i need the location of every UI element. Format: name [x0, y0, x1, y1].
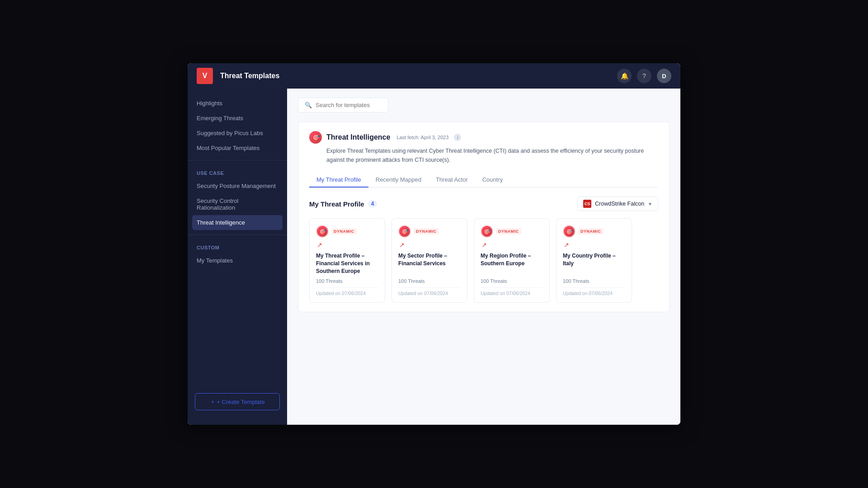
- search-bar[interactable]: 🔍: [298, 98, 388, 113]
- threat-cards-grid: 🎯 DYNAMIC ↗ My Threat Profile – Financia…: [309, 218, 658, 303]
- card-updated-0: Updated on 07/06/2024: [316, 287, 378, 296]
- cti-icon: 🎯: [309, 131, 322, 144]
- card-icon-0: 🎯: [316, 225, 329, 238]
- sidebar: Highlights Emerging Threats Suggested by…: [188, 89, 287, 425]
- threat-profile-header: My Threat Profile 4 CS CrowdStrike Falco…: [309, 197, 658, 211]
- sidebar-section-use-case: Use Case: [188, 165, 287, 178]
- cti-title: Threat Intelligence: [326, 133, 390, 141]
- app-body: Highlights Emerging Threats Suggested by…: [188, 89, 680, 425]
- search-input[interactable]: [316, 102, 382, 108]
- cti-section: 🎯 Threat Intelligence Last fetch: April …: [298, 122, 670, 312]
- sidebar-footer: ＋ + Create Template: [188, 386, 287, 418]
- notifications-button[interactable]: 🔔: [617, 69, 632, 83]
- app-header: V Threat Templates 🔔 ? D: [188, 63, 680, 89]
- threat-profile-count: 4: [368, 200, 377, 207]
- sidebar-item-security-posture[interactable]: Security Posture Management: [188, 178, 287, 193]
- app-logo: V: [197, 68, 213, 84]
- header-actions: 🔔 ? D: [617, 69, 671, 83]
- chevron-down-icon: ▼: [648, 202, 652, 206]
- tab-threat-actor[interactable]: Threat Actor: [429, 173, 475, 188]
- card-badge-row-0: 🎯 DYNAMIC: [316, 225, 378, 238]
- card-name-3: My Country Profile – Italy: [563, 252, 625, 275]
- sidebar-item-highlights[interactable]: Highlights: [188, 96, 287, 111]
- card-badge-row-2: 🎯 DYNAMIC: [481, 225, 543, 238]
- dynamic-badge-2: DYNAMIC: [496, 228, 521, 235]
- card-arrow-icon-2: ↗: [481, 241, 543, 249]
- plus-icon: ＋: [210, 398, 216, 406]
- crowdstrike-icon: CS: [583, 200, 591, 208]
- user-avatar-button[interactable]: D: [657, 69, 671, 83]
- sidebar-divider-1: [188, 160, 287, 160]
- main-content: 🔍 🎯 Threat Intelligence Last fetch: Apri…: [287, 89, 680, 425]
- card-name-0: My Threat Profile – Financial Services i…: [316, 252, 378, 275]
- card-threats-2: 100 Threats: [481, 278, 543, 284]
- card-badge-row-1: 🎯 DYNAMIC: [398, 225, 461, 238]
- dynamic-badge-0: DYNAMIC: [331, 228, 357, 235]
- crowdstrike-dropdown[interactable]: CS CrowdStrike Falcon ▼: [577, 197, 658, 211]
- create-template-button[interactable]: ＋ + Create Template: [195, 393, 280, 410]
- sidebar-item-threat-intelligence[interactable]: Threat Intelligence: [192, 215, 283, 230]
- tab-recently-mapped[interactable]: Recently Mapped: [368, 173, 429, 188]
- card-threats-1: 100 Threats: [398, 278, 461, 284]
- sidebar-item-suggested-by-picus[interactable]: Suggested by Picus Labs: [188, 126, 287, 141]
- card-icon-3: 🎯: [563, 225, 576, 238]
- card-icon-1: 🎯: [398, 225, 411, 238]
- card-arrow-icon-0: ↗: [317, 241, 378, 249]
- sidebar-item-my-templates[interactable]: My Templates: [188, 253, 287, 268]
- sidebar-item-emerging-threats[interactable]: Emerging Threats: [188, 111, 287, 126]
- card-updated-3: Updated on 07/06/2024: [563, 287, 625, 296]
- threat-card-2[interactable]: 🎯 DYNAMIC ↗ My Region Profile – Southern…: [474, 218, 550, 303]
- card-threats-3: 100 Threats: [563, 278, 625, 284]
- dynamic-badge-3: DYNAMIC: [578, 228, 604, 235]
- sidebar-divider-2: [188, 235, 287, 235]
- threat-profile-title: My Threat Profile 4: [309, 200, 377, 208]
- help-button[interactable]: ?: [637, 69, 651, 83]
- card-threats-0: 100 Threats: [316, 278, 378, 284]
- card-updated-1: Updated on 07/06/2024: [398, 287, 461, 296]
- search-icon: 🔍: [305, 102, 312, 108]
- dynamic-badge-1: DYNAMIC: [414, 228, 439, 235]
- cti-last-fetch: Last fetch: April 3, 2023: [396, 135, 448, 140]
- card-name-2: My Region Profile – Southern Europe: [481, 252, 543, 275]
- threat-card-0[interactable]: 🎯 DYNAMIC ↗ My Threat Profile – Financia…: [309, 218, 385, 303]
- card-arrow-icon-1: ↗: [399, 241, 461, 249]
- card-arrow-icon-3: ↗: [564, 241, 625, 249]
- card-badge-row-3: 🎯 DYNAMIC: [563, 225, 625, 238]
- cti-info-icon[interactable]: i: [454, 134, 461, 141]
- tab-my-threat-profile[interactable]: My Threat Profile: [309, 173, 368, 188]
- cti-header: 🎯 Threat Intelligence Last fetch: April …: [309, 131, 658, 144]
- card-name-1: My Sector Profile – Financial Services: [398, 252, 461, 275]
- cti-description: Explore Threat Templates using relevant …: [326, 146, 658, 164]
- card-updated-2: Updated on 07/06/2024: [481, 287, 543, 296]
- threat-card-3[interactable]: 🎯 DYNAMIC ↗ My Country Profile – Italy 1…: [556, 218, 632, 303]
- sidebar-section-custom: Custom: [188, 239, 287, 253]
- page-title: Threat Templates: [220, 72, 617, 80]
- sidebar-item-security-control[interactable]: Security Control Rationalization: [188, 193, 287, 215]
- threat-card-1[interactable]: 🎯 DYNAMIC ↗ My Sector Profile – Financia…: [392, 218, 467, 303]
- tab-country[interactable]: Country: [475, 173, 510, 188]
- sidebar-item-most-popular[interactable]: Most Popular Templates: [188, 141, 287, 155]
- card-icon-2: 🎯: [481, 225, 493, 238]
- tabs: My Threat Profile Recently Mapped Threat…: [309, 173, 658, 188]
